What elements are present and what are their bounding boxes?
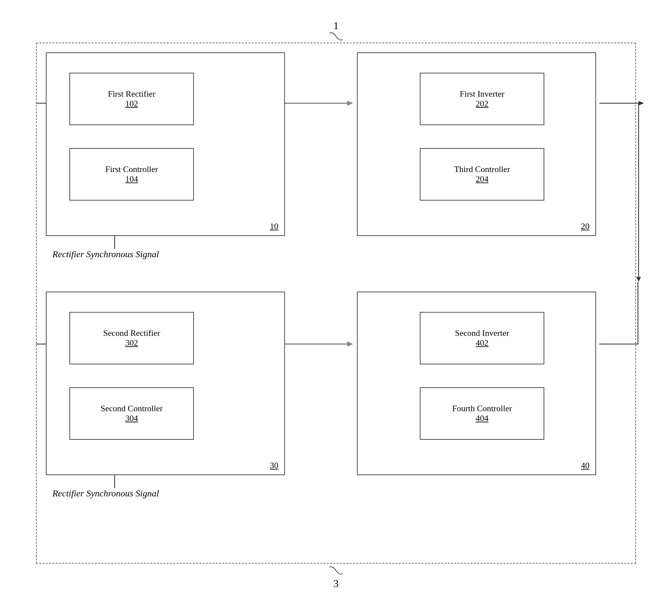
first-rectifier-title: First Rectifier	[108, 89, 155, 99]
second-controller-number: 304	[125, 414, 138, 423]
svg-marker-7	[636, 277, 641, 282]
second-controller-title: Second Controller	[101, 404, 163, 414]
second-inverter-number: 402	[476, 338, 489, 348]
squiggle-bottom-icon	[328, 566, 344, 577]
first-controller-title: First Controller	[105, 164, 158, 174]
third-controller-title: Third Controller	[454, 164, 510, 174]
module-10: First Rectifier 102 First Controller 104…	[46, 52, 285, 236]
module-30: Second Rectifier 302 Second Controller 3…	[46, 291, 285, 475]
diagram-label-top: 1	[333, 20, 339, 32]
second-inverter-box: Second Inverter 402	[420, 312, 544, 364]
first-controller-box: First Controller 104	[69, 148, 194, 200]
squiggle-top-icon	[328, 31, 344, 43]
svg-marker-5	[639, 101, 644, 105]
second-rectifier-number: 302	[125, 338, 138, 348]
second-rectifier-title: Second Rectifier	[103, 328, 160, 338]
first-rectifier-number: 102	[125, 99, 138, 109]
first-controller-number: 104	[125, 174, 138, 184]
lower-signal-label: Rectifier Synchronous Signal	[52, 488, 159, 499]
diagram-label-bottom: 3	[333, 578, 339, 590]
module-30-label: 30	[270, 461, 278, 471]
first-inverter-box: First Inverter 202	[420, 73, 544, 125]
second-controller-box: Second Controller 304	[69, 387, 194, 440]
fourth-controller-title: Fourth Controller	[452, 404, 512, 414]
module-20-label: 20	[581, 221, 589, 231]
module-10-label: 10	[270, 221, 278, 231]
first-rectifier-box: First Rectifier 102	[69, 73, 194, 125]
second-inverter-title: Second Inverter	[455, 328, 509, 338]
first-inverter-title: First Inverter	[460, 89, 504, 99]
third-controller-box: Third Controller 204	[420, 148, 544, 200]
second-rectifier-box: Second Rectifier 302	[69, 312, 194, 364]
module-40: Second Inverter 402 Fourth Controller 40…	[357, 291, 596, 475]
third-controller-number: 204	[476, 174, 489, 184]
first-inverter-number: 202	[476, 99, 489, 109]
fourth-controller-number: 404	[476, 414, 489, 423]
upper-signal-label: Rectifier Synchronous Signal	[52, 249, 159, 259]
module-40-label: 40	[581, 461, 589, 471]
module-20: First Inverter 202 Third Controller 204 …	[357, 52, 596, 236]
fourth-controller-box: Fourth Controller 404	[420, 387, 544, 440]
